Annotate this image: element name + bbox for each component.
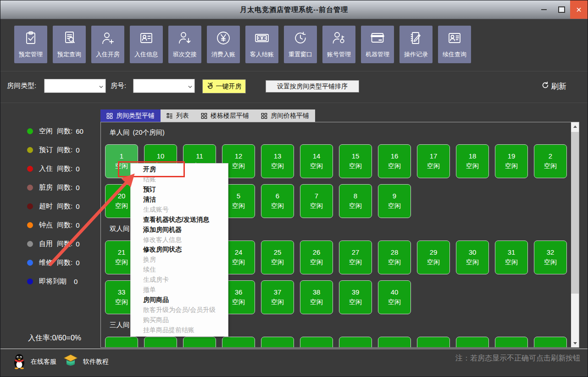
tab-3[interactable]: 楼栋楼层平铺: [195, 109, 255, 122]
room-tile-39[interactable]: 39空闲: [339, 280, 372, 314]
room-tile[interactable]: [105, 337, 138, 348]
menu-item-10: 换房: [131, 255, 228, 265]
status-count-label: 间数:: [57, 258, 72, 267]
room-tile-31[interactable]: 31空闲: [495, 240, 528, 274]
room-status: 空闲: [466, 162, 479, 170]
room-no-select[interactable]: [133, 79, 195, 93]
room-number: 9: [393, 192, 396, 200]
room-tile-32[interactable]: 32空闲: [534, 240, 567, 274]
room-number: 18: [469, 152, 477, 160]
menu-item-4[interactable]: 清洁: [131, 195, 228, 205]
sort-by-room-type-button[interactable]: 设置按房间类型平铺排序: [266, 80, 359, 93]
status-label: 入住: [39, 164, 53, 173]
room-tile[interactable]: [417, 337, 450, 348]
toolbar-button-stay-extend-query[interactable]: 续住查询: [438, 26, 471, 63]
room-tile[interactable]: [495, 337, 528, 348]
status-dot: [27, 279, 33, 284]
status-legend-item: 超时间数:0: [27, 201, 83, 211]
room-tile[interactable]: [534, 337, 567, 348]
scrollbar-thumb[interactable]: [571, 132, 579, 294]
menu-item-14[interactable]: 房间商品: [131, 295, 228, 305]
room-tile-25[interactable]: 25空闲: [261, 240, 294, 274]
room-tile-26[interactable]: 26空闲: [300, 240, 333, 274]
toolbar-button-checkin-open[interactable]: 入住开房: [91, 26, 124, 63]
status-count: 0: [74, 278, 78, 285]
menu-item-3[interactable]: 预订: [131, 185, 228, 195]
room-tile-15[interactable]: 15空闲: [339, 144, 372, 178]
room-tile-27[interactable]: 27空闲: [339, 240, 372, 274]
menu-item-6[interactable]: 查看机器状态/发送消息: [131, 215, 228, 225]
maximize-button[interactable]: [553, 0, 570, 19]
online-service-label: 在线客服: [31, 358, 56, 366]
tab-1[interactable]: 房间类型平铺: [100, 109, 161, 122]
room-tile[interactable]: [222, 337, 255, 348]
tab-4[interactable]: 房间价格平铺: [255, 109, 315, 122]
room-tile-40[interactable]: 40空闲: [378, 280, 411, 314]
room-tile-13[interactable]: 13空闲: [261, 144, 294, 178]
room-tile-19[interactable]: 19空闲: [495, 144, 528, 178]
room-status: 空闲: [505, 258, 518, 267]
room-tile[interactable]: [183, 337, 216, 348]
room-tile-6[interactable]: 6空闲: [261, 184, 294, 218]
qq-penguin-icon: [12, 353, 26, 371]
room-number: 14: [313, 152, 321, 160]
room-tile-9[interactable]: 9空闲: [378, 184, 411, 218]
section-title: 单人间: [110, 129, 130, 136]
toolbar-button-account-manage[interactable]: 账号管理: [322, 26, 355, 63]
room-tile-28[interactable]: 28空闲: [378, 240, 411, 274]
toolbar-button-machine-manage[interactable]: 机器管理: [361, 26, 394, 63]
room-tile-14[interactable]: 14空闲: [300, 144, 333, 178]
room-number: 20: [118, 192, 126, 200]
toolbar-button-consume-entry[interactable]: 消费入账: [207, 26, 240, 63]
menu-item-label: 修改客人信息: [143, 236, 182, 244]
minimize-button[interactable]: [535, 0, 553, 19]
room-tile-38[interactable]: 38空闲: [300, 280, 333, 314]
toolbar-button-shift-handover[interactable]: 班次交接: [168, 26, 201, 63]
menu-item-label: 预订: [143, 186, 156, 194]
room-tile-7[interactable]: 7空闲: [300, 184, 333, 218]
toolbar-button-operation-log[interactable]: 操作记录: [399, 26, 433, 63]
room-number: 16: [391, 152, 399, 160]
room-status: 空闲: [427, 258, 440, 267]
tab-2[interactable]: 列表: [161, 109, 195, 122]
online-service-link[interactable]: 在线客服: [12, 353, 56, 371]
room-tile-16[interactable]: 16空闲: [378, 144, 411, 178]
scroll-down-button[interactable]: [571, 339, 579, 347]
room-tile[interactable]: [144, 337, 177, 348]
toolbar-button-checkin-info[interactable]: 入住信息: [130, 26, 163, 63]
room-tile[interactable]: [339, 337, 372, 348]
close-button[interactable]: ×: [570, 0, 588, 19]
toolbar-button-reset-window[interactable]: 重置窗口: [284, 26, 317, 63]
room-status: 空闲: [388, 298, 401, 306]
menu-item-9[interactable]: 修改房间状态: [131, 245, 228, 255]
room-tile-8[interactable]: 8空闲: [339, 184, 372, 218]
notepad-edit-icon: [408, 30, 424, 48]
room-tile[interactable]: [261, 337, 294, 348]
toolbar-button-reserve-query[interactable]: 预定查询: [53, 26, 86, 63]
room-tile[interactable]: [378, 337, 411, 348]
room-tile-37[interactable]: 37空闲: [261, 280, 294, 314]
menu-item-7[interactable]: 添加房间机器: [131, 225, 228, 235]
scroll-up-button[interactable]: [571, 122, 579, 131]
toolbar-button-label: 消费入账: [211, 50, 235, 59]
maximize-icon: [558, 6, 565, 13]
room-tile-29[interactable]: 29空闲: [417, 240, 450, 274]
room-tile-17[interactable]: 17空闲: [417, 144, 450, 178]
room-tile-2[interactable]: 2空闲: [534, 144, 567, 178]
room-number: 38: [313, 288, 321, 296]
room-tile-30[interactable]: 30空闲: [456, 240, 489, 274]
room-tile[interactable]: [300, 337, 333, 348]
refresh-button[interactable]: 刷新: [542, 81, 566, 92]
room-type-select[interactable]: [44, 79, 106, 93]
toolbar-button-reserve-manage[interactable]: 预定管理: [14, 26, 47, 63]
toolbar-button-label: 重置窗口: [288, 50, 312, 59]
graduation-book-icon: [63, 354, 78, 370]
section-header: 单人间(20个房间): [110, 128, 579, 137]
status-label: 空闲: [39, 127, 53, 136]
one-key-open-button[interactable]: 一键开房: [202, 79, 246, 93]
toolbar-button-guest-checkout[interactable]: 客人结账: [245, 26, 278, 63]
room-tile-18[interactable]: 18空闲: [456, 144, 489, 178]
room-tile[interactable]: [456, 337, 489, 348]
tutorial-link[interactable]: 软件教程: [63, 354, 109, 370]
room-number: 24: [235, 248, 243, 256]
